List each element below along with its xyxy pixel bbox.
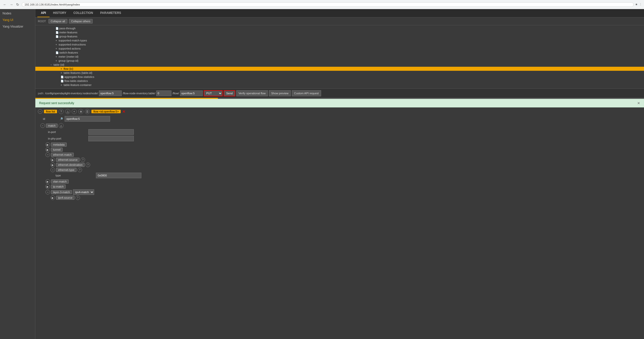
flow-settings-btn[interactable]: ☰ xyxy=(85,109,90,114)
tab-collection[interactable]: COLLECTION xyxy=(70,9,97,17)
sidebar-item-yang-ui[interactable]: Yang UI xyxy=(0,17,35,23)
tree-item-supported-actions[interactable]: + supported-actions xyxy=(35,47,644,51)
layer3-match-row: − layer-3-match ipv4-match ipv6-match ar… xyxy=(38,189,641,195)
success-text: Request sent successfully xyxy=(39,101,74,105)
in-phy-port-row: in-phy-port xyxy=(38,136,641,141)
in-phy-port-input[interactable] xyxy=(88,136,134,141)
ethernet-type-badge[interactable]: ethernet-type xyxy=(56,168,76,172)
flow-add-btn2[interactable]: + xyxy=(72,109,77,114)
layer3-match-select[interactable]: ipv4-match ipv6-match arp-match xyxy=(73,189,94,195)
tab-history[interactable]: HISTORY xyxy=(49,9,70,17)
tree-item-aggregate-flow-statistics[interactable]: 📄aggregate-flow-statistics xyxy=(35,75,644,79)
id-search-icon[interactable]: 🔎 xyxy=(60,117,63,121)
form-area: − flow list ? △ + ⊗ ☰ flow <id:openflow:… xyxy=(35,107,644,339)
ethernet-match-row: − ethernet-match xyxy=(38,152,641,157)
ethernet-source-expand-btn[interactable]: ▶ xyxy=(50,157,55,162)
flow-list-badge[interactable]: flow list xyxy=(44,110,57,113)
match-collapse-btn[interactable]: − xyxy=(40,123,45,128)
send-button[interactable]: Send xyxy=(224,90,235,96)
ethernet-type-row: − ethernet-type ? xyxy=(38,168,641,172)
ip-match-expand-btn[interactable]: ▶ xyxy=(45,184,50,189)
collapse-others-button[interactable]: Collapse others xyxy=(69,19,93,24)
tree-item-flow-ic[interactable]: + flow {ic} xyxy=(35,67,644,71)
forward-button[interactable]: → xyxy=(9,2,14,7)
ethernet-source-badge[interactable]: ethernet-source xyxy=(56,158,80,162)
vlan-match-badge[interactable]: vlan-match xyxy=(51,179,69,184)
flow-help-btn[interactable]: ? xyxy=(59,109,64,114)
vlan-match-expand-btn[interactable]: ▶ xyxy=(45,179,50,184)
ethernet-match-collapse-btn[interactable]: − xyxy=(45,152,50,157)
tree-item-pass-through[interactable]: 📄pass-through xyxy=(35,26,644,30)
ipv4-source-badge[interactable]: ipv4-source xyxy=(56,196,74,200)
path-static-2: /flow-node-inventory:table/ xyxy=(123,92,155,95)
tunnel-badge[interactable]: tunnel xyxy=(51,148,63,152)
back-button[interactable]: ← xyxy=(2,2,8,7)
sidebar-item-yang-visualizer[interactable]: Yang Visualizer xyxy=(0,23,35,30)
show-preview-button[interactable]: Show preview xyxy=(269,90,291,96)
verify-op-flow-button[interactable]: Verify operational flow xyxy=(236,90,268,96)
id-input[interactable] xyxy=(65,116,110,122)
root-label: ROOT xyxy=(38,20,46,23)
path-label: path: xyxy=(38,92,44,95)
nav-buttons[interactable]: ← → ↻ xyxy=(2,2,20,7)
ip-match-badge[interactable]: ip-match xyxy=(51,185,66,189)
in-port-input[interactable] xyxy=(88,129,134,135)
progress-fill xyxy=(35,98,218,99)
metadata-badge[interactable]: metadata xyxy=(51,143,67,147)
ethernet-match-badge[interactable]: ethernet-match xyxy=(51,153,74,157)
type-input[interactable] xyxy=(96,173,141,178)
collapse-all-button[interactable]: Collapse all xyxy=(48,19,67,24)
ethernet-destination-row: ▶ ethernet-destination ? xyxy=(38,163,641,167)
reload-button[interactable]: ↻ xyxy=(15,2,20,7)
tab-api[interactable]: API xyxy=(37,9,49,17)
sidebar-item-nodes[interactable]: Nodes xyxy=(0,10,35,17)
flow-close-btn[interactable]: ✕ xyxy=(122,109,125,114)
match-add-btn[interactable]: △ xyxy=(59,123,64,128)
ethernet-destination-expand-btn[interactable]: ▶ xyxy=(50,163,55,167)
success-close-button[interactable]: ✕ xyxy=(637,101,640,105)
flow-list-collapse-btn[interactable]: − xyxy=(38,109,42,114)
ethernet-destination-badge[interactable]: ethernet-destination xyxy=(56,163,85,167)
ethernet-source-help-btn[interactable]: ? xyxy=(81,157,85,162)
path-input-1[interactable] xyxy=(99,91,122,96)
ethernet-source-row: ▶ ethernet-source ? xyxy=(38,157,641,162)
ethernet-type-collapse-btn[interactable]: − xyxy=(50,168,55,172)
tree-item-supported-instructions[interactable]: + supported-instructions xyxy=(35,42,644,47)
tunnel-row: ▶ tunnel xyxy=(38,147,641,152)
tree-item-switch-features[interactable]: 📄switch-features xyxy=(35,51,644,55)
metadata-expand-btn[interactable]: ▶ xyxy=(45,142,50,147)
layer3-match-badge[interactable]: layer-3-match xyxy=(51,190,72,194)
tunnel-expand-btn[interactable]: ▶ xyxy=(45,147,50,152)
ipv4-source-expand-btn[interactable]: ▶ xyxy=(50,195,55,200)
tree-item-meter[interactable]: + meter {meter-id} xyxy=(35,55,644,59)
tree-item-table[interactable]: − table {id} xyxy=(35,63,644,67)
method-select[interactable]: PUT GET POST DELETE xyxy=(204,90,223,96)
browser-action-star[interactable]: ★ xyxy=(635,3,638,6)
ethernet-type-help-btn[interactable]: ? xyxy=(78,168,82,172)
layer3-match-collapse-btn[interactable]: − xyxy=(45,190,50,194)
url-bar[interactable]: 192.168.10.136:8181/index.html#/yang/ind… xyxy=(22,2,634,7)
tree-item-table-features[interactable]: + table-features {table-id} xyxy=(35,71,644,75)
id-row: id 🔎 xyxy=(38,116,641,122)
tree-item-meter-features[interactable]: 📄meter-features xyxy=(35,30,644,34)
sidebar: Nodes Yang UI Yang Visualizer xyxy=(0,9,35,339)
custom-api-button[interactable]: Custom API request xyxy=(292,90,321,96)
tree-item-table-feature-container[interactable]: + table-feature-container xyxy=(35,83,644,87)
tree-item-group[interactable]: + group {group-id} xyxy=(35,59,644,63)
type-label: type xyxy=(56,174,96,177)
flow-remove-btn[interactable]: ⊗ xyxy=(78,109,83,114)
ethernet-destination-help-btn[interactable]: ? xyxy=(86,163,90,167)
tab-parameters[interactable]: PARAMETERS xyxy=(97,9,125,17)
path-input-2[interactable] xyxy=(156,91,171,96)
in-port-row: in-port xyxy=(38,129,641,135)
ipv4-source-help-btn[interactable]: ? xyxy=(75,195,80,200)
tree-item-flow-table-statistics[interactable]: 📄flow-table-statistics xyxy=(35,79,644,83)
success-message: Request sent successfully ✕ xyxy=(35,99,644,107)
flow-tag: flow <id:openflow:5> xyxy=(91,110,121,113)
flow-add-btn[interactable]: △ xyxy=(65,109,70,114)
browser-action-menu[interactable]: ⋮ xyxy=(639,3,642,6)
tree-item-supported-match-types[interactable]: + supported-match-types xyxy=(35,38,644,42)
match-badge[interactable]: match xyxy=(46,124,58,128)
path-input-3[interactable] xyxy=(180,91,203,96)
tree-item-group-features[interactable]: 📄group-features xyxy=(35,34,644,38)
